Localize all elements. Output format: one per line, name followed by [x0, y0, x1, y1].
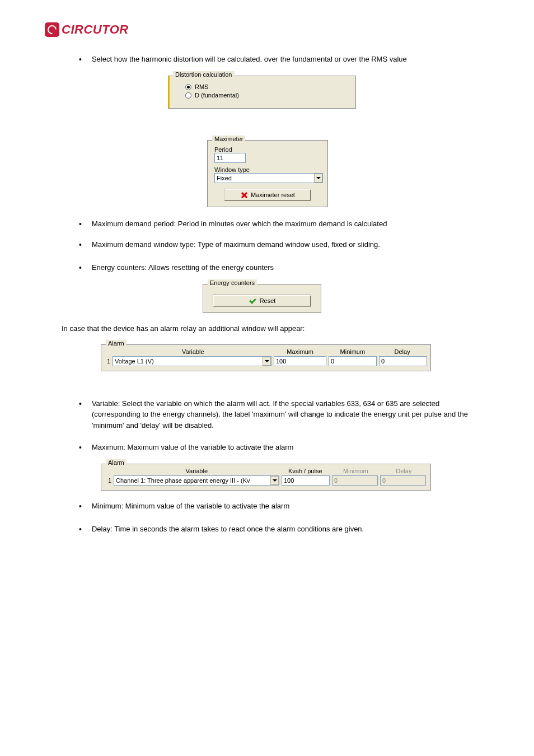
col-variable: Variable: [114, 348, 273, 355]
bullet-distortion: Select how the harmonic distortion will …: [76, 54, 489, 66]
window-type-select[interactable]: [214, 173, 323, 183]
maximeter-group: Maximeter Period Window type Maximeter r…: [207, 140, 328, 207]
chevron-down-icon: [314, 174, 322, 183]
maximum-input[interactable]: [274, 356, 326, 366]
alarm-legend: Alarm: [106, 459, 127, 466]
radio-label: RMS: [195, 83, 208, 90]
radio-icon: [185, 92, 191, 99]
chevron-down-icon: [270, 476, 279, 485]
bullet-minimum: Minimum: Minimum value of the variable t…: [76, 501, 489, 512]
kvah-pulse-input[interactable]: [282, 475, 330, 486]
bullet-energy-counters: Energy counters: Allows resetting of the…: [76, 262, 489, 274]
variable-value[interactable]: [114, 475, 279, 486]
minimum-input-disabled: [332, 475, 378, 486]
col-variable: Variable: [114, 468, 280, 474]
window-type-label: Window type: [214, 166, 321, 173]
col-kvah-pulse: Kvah / pulse: [280, 468, 331, 474]
alarm-header: Variable Maximum Minimum Delay: [105, 348, 427, 355]
bullet-maximum: Maximum: Maximum value of the variable t…: [76, 442, 489, 454]
minimum-input[interactable]: [329, 356, 377, 366]
maximeter-legend: Maximeter: [212, 136, 245, 142]
row-index: 1: [105, 477, 111, 484]
radio-rms[interactable]: RMS: [185, 83, 349, 90]
bullet-max-period: Maximum demand period: Period in minutes…: [76, 218, 489, 230]
distortion-legend: Distortion calculation: [173, 71, 235, 78]
variable-select[interactable]: [114, 475, 279, 486]
energy-reset-button[interactable]: Reset: [213, 295, 311, 307]
col-delay: Delay: [377, 348, 427, 355]
variable-select[interactable]: [113, 356, 271, 366]
alarm-row-1: 1: [105, 356, 427, 366]
button-label: Reset: [260, 297, 276, 304]
maximeter-reset-button[interactable]: Maximeter reset: [224, 189, 311, 201]
alarm-row-1: 1: [105, 475, 427, 486]
bullet-variable: Variable: Select the variable on which t…: [76, 398, 489, 431]
check-icon: [249, 297, 256, 304]
alarm-intro-text: In case that the device has an alarm rel…: [62, 323, 489, 334]
delay-input-disabled: [380, 475, 426, 486]
alarm-group-2: Alarm Variable Kvah / pulse Minimum Dela…: [101, 464, 431, 491]
period-label: Period: [214, 146, 321, 153]
col-minimum: Minimum: [331, 468, 381, 474]
radio-icon: [185, 84, 191, 90]
energy-counters-group: Energy counters Reset: [203, 284, 321, 313]
alarm-header: Variable Kvah / pulse Minimum Delay: [105, 468, 427, 474]
bullet-max-window: Maximum demand window type: Type of maxi…: [76, 239, 489, 251]
bullet-delay: Delay: Time in seconds the alarm takes t…: [76, 524, 489, 535]
alarm-group-1: Alarm Variable Maximum Minimum Delay 1: [101, 344, 431, 371]
radio-label: D (fundamental): [195, 92, 239, 99]
button-label: Maximeter reset: [251, 192, 295, 198]
window-type-value[interactable]: [214, 173, 323, 183]
close-icon: [240, 192, 247, 199]
col-maximum: Maximum: [273, 348, 328, 355]
logo-text: CIRCUTOR: [62, 22, 129, 37]
row-index: 1: [105, 358, 110, 365]
variable-value[interactable]: [113, 356, 271, 366]
logo-mark-icon: [45, 22, 59, 37]
energy-legend: Energy counters: [208, 279, 257, 286]
distortion-calc-group: Distortion calculation RMS D (fundamenta…: [168, 76, 356, 109]
chevron-down-icon: [263, 357, 271, 366]
radio-d[interactable]: D (fundamental): [185, 92, 349, 99]
delay-input[interactable]: [379, 356, 427, 366]
brand-logo: CIRCUTOR: [45, 22, 489, 37]
col-delay: Delay: [381, 468, 427, 474]
accent-bar: [168, 76, 170, 108]
alarm-legend: Alarm: [106, 340, 127, 347]
period-input[interactable]: [214, 153, 246, 163]
col-minimum: Minimum: [327, 348, 377, 355]
